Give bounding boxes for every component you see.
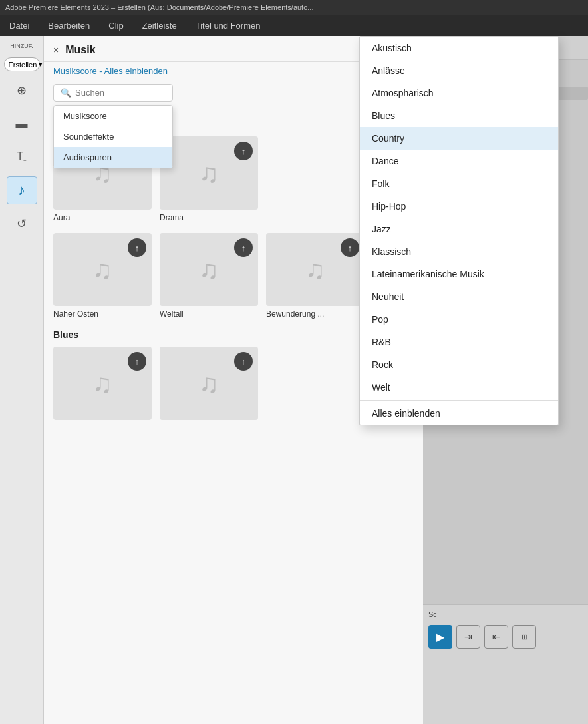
card-blues-1[interactable]: ♫ ↑ (53, 347, 152, 420)
genre-divider (360, 400, 558, 401)
menubar: Datei Bearbeiten Clip Zeitleiste Titel u… (0, 15, 588, 36)
card-bewunderung[interactable]: ♫ ↑ Bewunderung ... (266, 233, 365, 319)
card-weltall[interactable]: ♫ ↑ Weltall (160, 233, 258, 319)
upload-badge-3: ↑ (128, 238, 146, 257)
transport-row-1: ▶ ⇥ ⇤ ⊞ (428, 625, 583, 649)
upload-badge-2: ↑ (234, 142, 253, 160)
music-note-icon-7: ♫ (199, 369, 219, 399)
text-icon: T+ (17, 150, 26, 164)
genre-rock[interactable]: Rock (360, 353, 558, 376)
panel-title: Musik (65, 44, 95, 56)
genre-anlasse[interactable]: Anlässe (360, 59, 558, 82)
genre-rnb[interactable]: R&B (360, 331, 558, 353)
music-note-icon-4: ♫ (199, 255, 219, 285)
card-naher-osten[interactable]: ♫ ↑ Naher Osten (53, 233, 152, 319)
music-note-icon-5: ♫ (305, 255, 325, 285)
left-sidebar: HINZUF. Erstellen ▾ ⊕ ▬ T+ ♪ ↺ (0, 36, 44, 724)
card-weltall-thumb: ♫ ↑ (160, 233, 258, 306)
genre-akustisch[interactable]: Akustisch (360, 37, 558, 59)
genre-alles-einblenden[interactable]: Alles einblenden (360, 402, 558, 425)
menu-datei[interactable]: Datei (5, 18, 33, 33)
card-naher-thumb: ♫ ↑ (53, 233, 152, 306)
genre-jazz[interactable]: Jazz (360, 218, 558, 240)
play-button[interactable]: ▶ (428, 625, 452, 649)
titlebar-text: Adobe Premiere Elements 2023 – Erstellen… (5, 3, 313, 11)
search-box[interactable]: 🔍 (53, 84, 173, 102)
transport-area: Sc ▶ ⇥ ⇤ ⊞ (423, 604, 588, 724)
music-icon: ♪ (18, 182, 25, 199)
sidebar-item-add[interactable]: ⊕ (7, 77, 37, 104)
card-bewunderung-label: Bewunderung ... (266, 309, 365, 319)
dropdown-musikscore[interactable]: Musikscore (54, 106, 172, 126)
genre-neuheit[interactable]: Neuheit (360, 285, 558, 308)
genre-blues[interactable]: Blues (360, 104, 558, 127)
undo-icon: ↺ (17, 216, 27, 231)
sidebar-item-music[interactable]: ♪ (7, 176, 37, 204)
upload-badge-7: ↑ (234, 352, 253, 371)
sidebar-item-undo[interactable]: ↺ (7, 210, 37, 238)
music-note-icon-2: ♫ (199, 158, 219, 188)
music-note-icon-3: ♫ (92, 255, 112, 285)
prev-button[interactable]: ⇤ (484, 625, 508, 649)
dropdown-audiospuren[interactable]: Audiospuren (54, 147, 172, 168)
genre-klassisch[interactable]: Klassisch (360, 240, 558, 263)
menu-clip[interactable]: Clip (104, 18, 127, 33)
menu-zeitleiste[interactable]: Zeitleiste (138, 18, 181, 33)
music-note-icon-6: ♫ (92, 369, 112, 399)
sidebar-item-media[interactable]: ▬ (7, 110, 37, 138)
next-button[interactable]: ⇥ (456, 625, 480, 649)
genre-hip-hop[interactable]: Hip-Hop (360, 195, 558, 218)
card-naher-label: Naher Osten (53, 309, 152, 319)
upload-badge-6: ↑ (128, 352, 146, 371)
genre-atmospharisch[interactable]: Atmosphärisch (360, 82, 558, 104)
card-blues-2[interactable]: ♫ ↑ (160, 347, 258, 420)
upload-badge-4: ↑ (234, 238, 253, 257)
menu-titel[interactable]: Titel und Formen (192, 18, 265, 33)
search-dropdown: Musikscore Soundeffekte Audiospuren (53, 105, 173, 168)
sidebar-item-text[interactable]: T+ (7, 143, 37, 171)
media-icon: ▬ (16, 117, 28, 131)
grid-button[interactable]: ⊞ (512, 625, 536, 649)
search-icon: 🔍 (61, 88, 71, 98)
card-drama[interactable]: ♫ ↑ Drama (160, 136, 258, 222)
dropdown-soundeffekte[interactable]: Soundeffekte (54, 126, 172, 147)
add-icon: ⊕ (17, 83, 27, 98)
card-blues-2-thumb: ♫ ↑ (160, 347, 258, 420)
sidebar-label: HINZUF. (10, 43, 33, 49)
menu-bearbeiten[interactable]: Bearbeiten (44, 18, 94, 33)
card-drama-thumb: ♫ ↑ (160, 136, 258, 210)
genre-dance[interactable]: Dance (360, 150, 558, 172)
search-input[interactable] (75, 88, 155, 98)
card-weltall-label: Weltall (160, 309, 258, 319)
card-aura-label: Aura (53, 213, 152, 222)
genre-welt[interactable]: Welt (360, 376, 558, 399)
create-button[interactable]: Erstellen ▾ (4, 57, 40, 71)
genre-pop[interactable]: Pop (360, 308, 558, 331)
genre-country[interactable]: Country (360, 127, 558, 150)
create-label: Erstellen (9, 61, 37, 69)
sc-label: Sc (428, 610, 583, 618)
genre-folk[interactable]: Folk (360, 172, 558, 195)
close-panel-button[interactable]: × (53, 45, 59, 55)
genre-dropdown: Akustisch Anlässe Atmosphärisch Blues Co… (359, 36, 559, 425)
card-bewunderung-thumb: ♫ ↑ (266, 233, 365, 306)
titlebar: Adobe Premiere Elements 2023 – Erstellen… (0, 0, 588, 15)
create-chevron: ▾ (39, 60, 43, 69)
card-drama-label: Drama (160, 213, 258, 222)
card-blues-1-thumb: ♫ ↑ (53, 347, 152, 420)
upload-badge-5: ↑ (341, 238, 359, 257)
genre-latein[interactable]: Lateinamerikanische Musik (360, 263, 558, 285)
